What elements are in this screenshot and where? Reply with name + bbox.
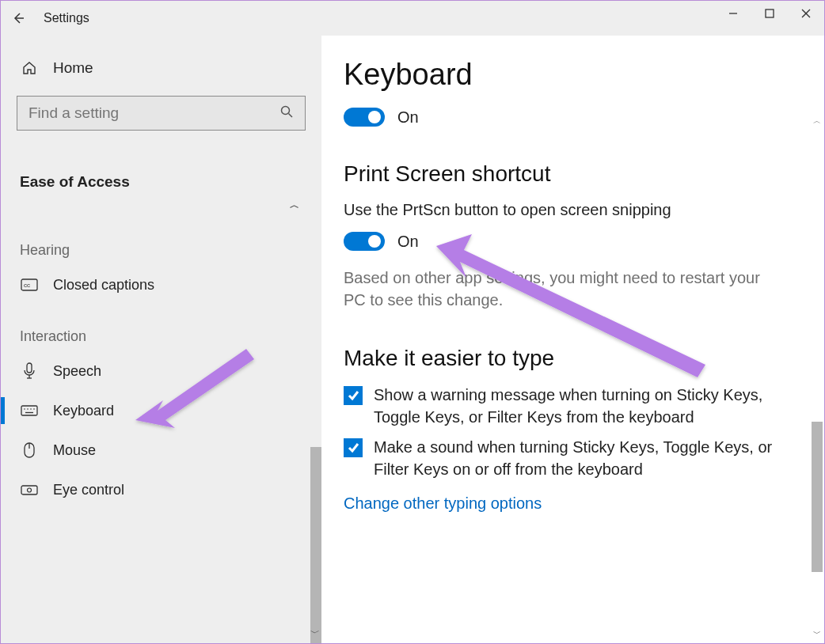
sidebar: Home Ease of Access ︿ Hearing cc Closed … [1,36,321,643]
prtscn-desc: Use the PrtScn button to open screen sni… [344,199,802,221]
svg-rect-8 [27,363,32,373]
sidebar-item-keyboard[interactable]: Keyboard [1,391,321,430]
svg-point-20 [28,488,32,492]
keyboard-toggle[interactable] [344,108,385,127]
scroll-down-icon[interactable]: ﹀ [812,627,823,640]
sidebar-item-label: Keyboard [53,403,114,419]
sidebar-scrollbar[interactable] [310,447,321,644]
svg-rect-11 [21,406,37,415]
svg-text:cc: cc [24,282,30,289]
checkbox-warning[interactable] [344,386,363,405]
eye-icon [20,484,39,495]
svg-rect-19 [21,486,37,494]
minimize-button[interactable] [715,1,751,26]
toggle-label: On [397,233,419,251]
back-button[interactable] [1,1,36,36]
search-icon [279,104,294,122]
search-input-wrap[interactable] [17,96,306,131]
sidebar-item-eye-control[interactable]: Eye control [1,470,321,510]
sidebar-item-mouse[interactable]: Mouse [1,430,321,470]
easier-heading: Make it easier to type [344,346,802,371]
checkbox-label: Show a warning message when turning on S… [374,384,793,428]
checkbox-label: Make a sound when turning Sticky Keys, T… [374,436,793,480]
section-title: Ease of Access ︿ [1,137,321,218]
microphone-icon [20,362,39,380]
sidebar-item-label: Home [53,59,93,77]
chevron-down-icon[interactable]: ﹀ [310,627,320,640]
chevron-up-icon[interactable]: ︿ [290,199,299,212]
keyboard-icon [20,405,39,416]
group-hearing: Hearing [1,218,321,265]
svg-point-14 [30,408,32,410]
search-input[interactable] [29,104,279,122]
mouse-icon [20,442,39,458]
svg-point-12 [24,408,25,410]
sidebar-item-home[interactable]: Home [1,45,321,91]
svg-point-4 [282,107,290,115]
scroll-up-icon[interactable]: ︿ [812,115,823,127]
content-scrollbar[interactable] [812,422,823,572]
group-interaction: Interaction [1,305,321,351]
sidebar-item-closed-captions[interactable]: cc Closed captions [1,265,321,305]
sidebar-item-speech[interactable]: Speech [1,351,321,391]
svg-point-13 [27,408,29,410]
window-title: Settings [44,11,89,25]
sidebar-item-label: Eye control [53,482,124,498]
svg-rect-1 [766,9,774,17]
sidebar-item-label: Closed captions [53,277,154,294]
svg-line-5 [289,114,293,118]
change-typing-link[interactable]: Change other typing options [344,494,802,513]
svg-point-15 [33,408,35,410]
captions-icon: cc [20,278,39,291]
prtscn-toggle[interactable] [344,232,385,251]
close-button[interactable] [788,1,824,26]
sidebar-item-label: Mouse [53,442,96,459]
checkbox-sound[interactable] [344,438,363,457]
maximize-button[interactable] [751,1,788,26]
home-icon [20,60,39,76]
sidebar-item-label: Speech [53,363,101,380]
content-pane: Keyboard On Print Screen shortcut Use th… [321,36,824,643]
prtscn-hint: Based on other app settings, you might n… [344,267,771,311]
titlebar: Settings [1,1,824,36]
toggle-label: On [397,108,419,127]
page-title: Keyboard [344,58,802,92]
prtscn-heading: Print Screen shortcut [344,161,802,187]
